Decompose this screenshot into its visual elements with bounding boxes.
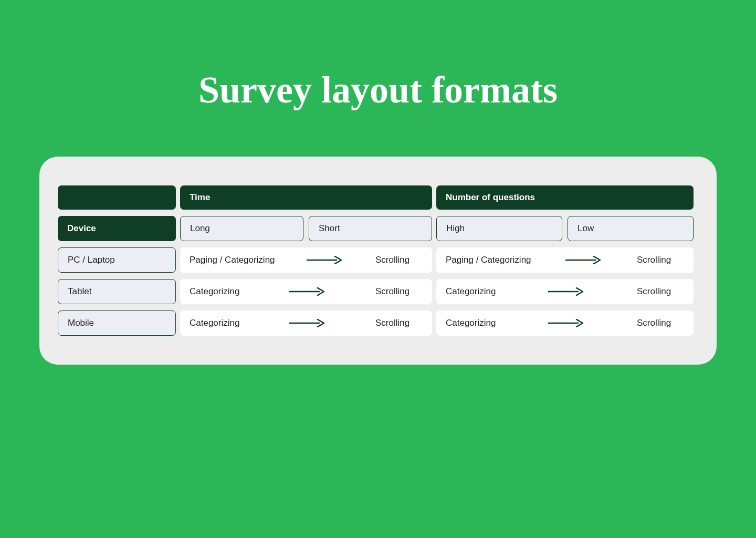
value-pc-q-to: Scrolling	[637, 255, 684, 265]
value-tablet-q-from: Categorizing	[446, 286, 496, 297]
value-pc-time: Paging / Categorizing Scrolling	[180, 247, 432, 273]
value-tablet-q-to: Scrolling	[637, 286, 684, 297]
value-mobile-time-to: Scrolling	[375, 318, 423, 328]
header-time: Time	[180, 185, 432, 210]
value-tablet-time-from: Categorizing	[190, 286, 239, 297]
value-pc-time-from: Paging / Categorizing	[190, 255, 275, 265]
table-card: Time Number of questions Device Long Sho…	[39, 157, 717, 365]
arrow-right-icon	[537, 256, 632, 264]
arrow-right-icon	[501, 319, 632, 327]
value-tablet-questions: Categorizing Scrolling	[436, 279, 694, 304]
arrow-right-icon	[245, 319, 370, 327]
value-mobile-time-from: Categorizing	[190, 318, 239, 328]
device-tablet: Tablet	[58, 279, 176, 304]
value-mobile-q-from: Categorizing	[446, 318, 496, 328]
subheader-time-short: Short	[309, 216, 432, 241]
subheader-time: Long Short	[180, 216, 432, 241]
page-title: Survey layout formats	[0, 68, 756, 112]
subheader-q-low: Low	[568, 216, 694, 241]
value-pc-q-from: Paging / Categorizing	[446, 255, 531, 265]
subheader-time-long: Long	[180, 216, 303, 241]
header-device: Device	[58, 216, 176, 241]
value-mobile-q-to: Scrolling	[637, 318, 684, 328]
arrow-right-icon	[501, 287, 632, 296]
arrow-right-icon	[245, 287, 370, 296]
header-questions: Number of questions	[436, 185, 694, 210]
device-pc-laptop: PC / Laptop	[58, 247, 176, 273]
table-grid: Time Number of questions Device Long Sho…	[58, 185, 698, 336]
value-pc-time-to: Scrolling	[375, 255, 423, 265]
arrow-right-icon	[280, 256, 370, 264]
value-mobile-time: Categorizing Scrolling	[180, 311, 432, 336]
value-mobile-questions: Categorizing Scrolling	[436, 311, 694, 336]
value-tablet-time: Categorizing Scrolling	[180, 279, 432, 304]
value-pc-questions: Paging / Categorizing Scrolling	[436, 247, 694, 273]
subheader-q-high: High	[436, 216, 562, 241]
device-mobile: Mobile	[58, 311, 176, 336]
subheader-questions: High Low	[436, 216, 694, 241]
header-blank	[58, 185, 176, 210]
value-tablet-time-to: Scrolling	[375, 286, 423, 297]
